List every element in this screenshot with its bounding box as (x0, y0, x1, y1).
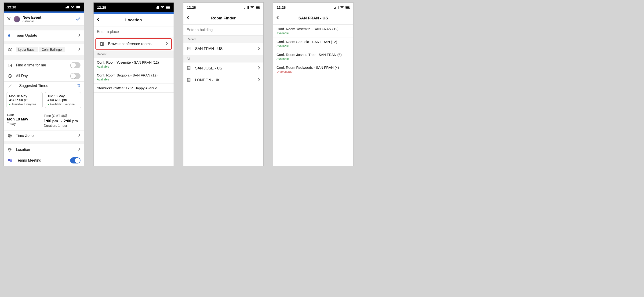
status-time: 12:28 (187, 6, 196, 9)
wifi-icon (340, 6, 344, 9)
card-date: Tue 19 May (48, 94, 78, 98)
room-status: Available (276, 44, 350, 48)
room-name: Conf. Room Redwoods - SAN FRAN (4) (276, 66, 350, 70)
status-bar: 12:28 (184, 2, 264, 12)
spacer (4, 41, 84, 44)
blue-strip (4, 12, 84, 13)
new-event-header: New Event Calendar (4, 13, 84, 26)
back-icon[interactable] (276, 16, 279, 21)
room-item[interactable]: Conf. Room Redwoods - SAN FRAN (4) Unava… (273, 63, 353, 76)
attendee-chip[interactable]: Lydia Bauer (16, 47, 38, 52)
building-search-input[interactable]: Enter a building (184, 24, 264, 36)
time-card[interactable]: Tue 19 May 4:00-4:30 pm Available: Every… (45, 92, 81, 108)
recent-section-label: Recent (94, 50, 174, 58)
chevron-right-icon (166, 42, 168, 46)
card-time: 4:00-4:30 pm (48, 98, 78, 102)
date-label: Date (7, 113, 44, 117)
browse-label: Browse conference rooms (108, 42, 166, 46)
back-icon[interactable] (187, 16, 190, 21)
location-item[interactable]: Conf. Room Sequoia - SAN FRAN (12) Avail… (94, 71, 174, 84)
teams-meeting-row[interactable]: Teams Meeting (4, 155, 84, 166)
room-status: Unavailable (276, 70, 350, 74)
building-header: SAN FRAN - US (273, 12, 353, 24)
header-subtitle: Calendar (22, 20, 76, 23)
page-title: SAN FRAN - US (298, 16, 328, 20)
building-item[interactable]: SAN JOSE - US (184, 62, 264, 74)
calendar-clock-icon (7, 63, 13, 67)
room-finder-header: Room Finder (184, 12, 264, 24)
status-time: 12:28 (277, 6, 286, 9)
room-item[interactable]: Conf. Room Sequoia - SAN FRAN (12) Avail… (273, 38, 353, 50)
find-time-toggle[interactable] (70, 62, 80, 68)
chevron-right-icon (78, 147, 80, 152)
wand-icon (7, 84, 13, 88)
event-title-row[interactable]: Team Update (4, 30, 84, 41)
location-search-input[interactable]: Enter a place (94, 26, 174, 38)
location-row[interactable]: Location (4, 144, 84, 155)
all-section-label: All (184, 55, 264, 62)
building-name: SAN JOSE - US (195, 66, 258, 70)
spacer (4, 26, 84, 30)
card-date: Mon 18 May (9, 94, 40, 98)
date-time-grid[interactable]: Date Mon 18 May Today Time (GMT-4) 1:00 … (4, 110, 84, 130)
door-icon (99, 42, 105, 46)
phone-new-event: 12:28 New Event Calendar Team Update Lyd… (4, 2, 84, 166)
room-name: Conf. Room Yosemite - SAN FRAN (12) (97, 60, 170, 64)
browse-rooms-button[interactable]: Browse conference rooms (96, 38, 172, 50)
blue-strip (94, 12, 174, 14)
wifi-icon (250, 6, 254, 9)
spacer (4, 55, 84, 60)
building-icon (187, 66, 191, 71)
chevron-right-icon (78, 33, 80, 38)
filter-icon[interactable] (76, 84, 80, 88)
room-item[interactable]: Conf. Room Yosemite - SAN FRAN (12) Avai… (273, 24, 353, 38)
chevron-right-icon (78, 133, 80, 138)
page-title: Room Finder (211, 16, 236, 20)
phone-room-finder: 12:28 Room Finder Enter a building Recen… (183, 2, 264, 166)
all-day-row[interactable]: All Day (4, 71, 84, 82)
building-item[interactable]: LONDON - UK (184, 74, 264, 86)
timezone-row[interactable]: Time Zone (4, 130, 84, 141)
header-title: New Event (22, 16, 76, 20)
date-sub: Today (7, 122, 44, 126)
time-card[interactable]: Mon 18 May 4:30-5:00 pm Available: Every… (6, 92, 42, 108)
location-item[interactable]: Starbucks Coffee: 1234 Happy Avenue (94, 84, 174, 92)
attendee-chip[interactable]: Colin Ballinger (39, 47, 65, 52)
battery-icon (76, 6, 80, 8)
status-time: 12:28 (7, 5, 16, 9)
status-bar: 12:28 (94, 2, 174, 12)
phone-building-rooms: 12:28 SAN FRAN - US Conf. Room Yosemite … (273, 2, 354, 166)
time-label-row: Time (GMT-4) (44, 113, 80, 118)
close-icon[interactable] (7, 17, 11, 22)
chevron-right-icon (78, 47, 80, 52)
room-status: Available (97, 65, 170, 68)
find-time-row[interactable]: Find a time for me (4, 60, 84, 71)
attendees-row[interactable]: Lydia Bauer Colin Ballinger (4, 44, 84, 55)
teams-icon (7, 158, 13, 162)
signal-icon (244, 6, 249, 9)
back-icon[interactable] (97, 18, 100, 23)
building-item[interactable]: SAN FRAN - US (184, 43, 264, 55)
all-day-toggle[interactable] (70, 73, 80, 79)
confirm-icon[interactable] (76, 17, 80, 22)
room-status: Available (276, 57, 350, 60)
teams-label: Teams Meeting (16, 158, 70, 162)
status-icons (155, 6, 170, 9)
room-name: Conf. Room Yosemite - SAN FRAN (12) (276, 27, 350, 31)
chevron-right-icon (258, 78, 260, 82)
chevron-right-icon (258, 66, 260, 71)
teams-toggle[interactable] (70, 158, 80, 164)
room-item[interactable]: Conf. Room Joshua Tree - SAN FRAN (6) Av… (273, 50, 353, 63)
building-name: SAN FRAN - US (195, 47, 258, 51)
phone-location: 12:28 Location Enter a place Browse conf… (93, 2, 174, 166)
suggested-label: Suggested Times (19, 84, 48, 88)
battery-icon (346, 6, 350, 9)
location-item[interactable]: Conf. Room Yosemite - SAN FRAN (12) Avai… (94, 58, 174, 71)
duration: Duration: 1 hour (44, 124, 80, 128)
battery-icon (166, 6, 170, 9)
room-name: Conf. Room Joshua Tree - SAN FRAN (6) (276, 52, 350, 56)
spacer (4, 141, 84, 144)
status-time: 12:28 (97, 6, 106, 9)
all-day-label: All Day (16, 74, 70, 78)
suggested-times-row: Suggested Times (4, 82, 84, 90)
